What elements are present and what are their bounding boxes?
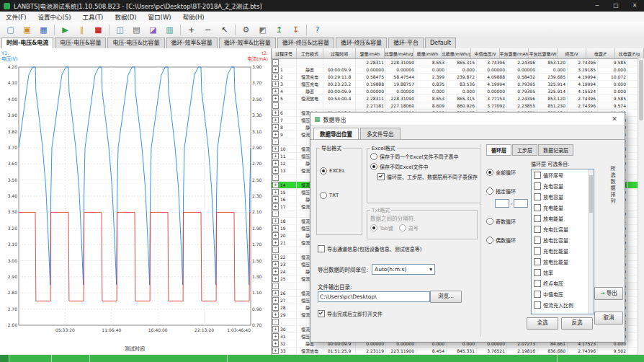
export-item-row[interactable]: 放电比容量 — [532, 234, 594, 245]
checkbox-icon[interactable] — [534, 226, 541, 233]
radio-icon[interactable] — [320, 192, 327, 199]
toolbar-button-database[interactable]: ◩ — [255, 22, 270, 37]
cancel-button[interactable]: 取消 — [594, 312, 623, 325]
view-tab-8[interactable]: Default — [425, 37, 456, 48]
toolbar-button-data-grid-view[interactable]: ▤ — [129, 22, 144, 37]
toolbar-button-new-file[interactable]: ▢ — [3, 22, 18, 37]
expander-icon[interactable]: + — [272, 131, 279, 138]
cycle-scope-radio-3[interactable]: 偶数循环 — [486, 237, 528, 244]
checkbox-icon[interactable] — [377, 173, 385, 180]
toolbar-button-start-test[interactable]: ▶ — [58, 22, 73, 37]
column-header-4[interactable]: 比容量/mAh/g — [385, 48, 413, 58]
expander-icon[interactable]: + — [272, 268, 279, 275]
expander-icon[interactable]: + — [272, 117, 279, 123]
cycle-scope-radio-1[interactable]: 指定循环 — [486, 187, 528, 195]
radio-icon[interactable] — [486, 169, 493, 176]
export-item-row[interactable]: 放电能量 — [532, 213, 594, 224]
export-item-row[interactable]: 充电容量 — [532, 180, 594, 191]
expander-icon[interactable]: - — [272, 319, 279, 325]
radio-icon[interactable] — [486, 237, 493, 244]
column-header-11[interactable]: 电容/F — [586, 48, 615, 58]
expander-icon[interactable]: + — [272, 146, 279, 152]
view-tab-0[interactable]: 时间-电压&电流 — [1, 37, 53, 48]
checkbox-icon[interactable] — [534, 172, 541, 179]
menu-item-4[interactable]: 窗口(W) — [143, 12, 177, 21]
column-header-6[interactable]: 比能量/mWh/g — [442, 48, 471, 58]
checkbox-icon[interactable] — [534, 237, 541, 244]
column-header-7[interactable]: 中值电压/V — [471, 48, 500, 58]
toolbar-button-import-data[interactable]: ↧ — [288, 22, 303, 37]
export-item-row[interactable]: 放电容量 — [532, 191, 594, 202]
excel-radio-0[interactable]: 保存于同一个Excel文件不同子表中 — [367, 151, 480, 162]
table-row[interactable]: +5恒流放电00:54:00.42.28311228.310908.653865… — [272, 95, 644, 102]
checkbox-icon[interactable] — [534, 269, 541, 276]
expander-icon[interactable]: - — [272, 247, 279, 253]
export-item-row[interactable]: 充电比能量 — [532, 245, 594, 256]
expander-icon[interactable]: - — [272, 138, 279, 145]
expander-icon[interactable]: + — [272, 110, 279, 116]
expander-icon[interactable]: - — [272, 175, 279, 181]
expander-icon[interactable]: + — [272, 218, 279, 224]
expander-icon[interactable]: + — [272, 95, 279, 102]
view-tab-3[interactable]: 循环-效率&容量 — [166, 37, 218, 48]
time-unit-select[interactable]: Auto(h:m:s) ▾ — [372, 264, 435, 275]
browse-button[interactable]: 浏览... — [430, 291, 462, 303]
column-header-0[interactable]: 过程序号 — [272, 48, 297, 58]
column-header-10[interactable]: 终压/V — [558, 48, 586, 58]
menu-item-3[interactable]: 数据(D) — [109, 12, 142, 21]
toolbar-button-zoom-out[interactable]: − — [200, 22, 215, 37]
layer-tab-2[interactable]: 数据记录层 — [538, 144, 573, 156]
expander-icon[interactable]: + — [272, 182, 279, 188]
radio-icon[interactable] — [399, 224, 406, 231]
export-item-row[interactable]: 循环序号 — [532, 169, 594, 180]
toolbar-button-pause-test[interactable]: ‖ — [74, 22, 89, 37]
expander-icon[interactable]: - — [272, 283, 279, 289]
view-tab-2[interactable]: 电压-电压&比容量 — [107, 37, 164, 48]
table-row[interactable]: +4静置00:00:09.90.000000.000000.0000.0000.… — [272, 88, 644, 95]
dialog-tab-0[interactable]: 数据导出位置 — [313, 128, 359, 139]
txt-radio-1[interactable]: 逗号 — [396, 223, 421, 233]
column-header-1[interactable]: 工作模式 — [297, 48, 323, 58]
excel-subsheet-checkbox[interactable]: 循环层、工步层、数据层用不同子表保存 — [377, 173, 478, 180]
checkbox-icon[interactable] — [534, 280, 541, 287]
cycle-to-input[interactable] — [514, 199, 528, 208]
column-header-8[interactable]: 平台容量/mAh — [500, 48, 529, 58]
close-button[interactable]: ✕ — [625, 0, 644, 12]
dialog-titlebar[interactable]: ▦ 数据导出 ✕ — [310, 112, 625, 126]
export-item-row[interactable]: 充电能量 — [532, 202, 594, 213]
dialog-tab-1[interactable]: 多文件导出 — [360, 128, 401, 139]
table-row[interactable]: +3恒压充电00:23:23.20.1988819.887570.83583.5… — [272, 81, 644, 88]
list-scrollbar[interactable] — [588, 169, 594, 314]
table-vertical-scrollbar[interactable] — [638, 58, 644, 355]
expander-icon[interactable]: + — [272, 232, 279, 239]
column-header-9[interactable]: 平台比容量/W — [529, 48, 558, 58]
toolbar-button-export-data[interactable]: ↥ — [272, 22, 287, 37]
export-item-row[interactable]: 中值电压 — [532, 288, 594, 299]
expander-icon[interactable]: + — [272, 189, 279, 195]
column-header-3[interactable]: 容量/mAh — [356, 48, 385, 58]
expander-icon[interactable]: + — [272, 326, 279, 332]
column-header-5[interactable]: 能量/mWh — [413, 48, 442, 58]
expander-icon[interactable]: + — [272, 297, 279, 304]
expander-icon[interactable]: + — [272, 225, 279, 231]
radio-icon[interactable] — [486, 187, 493, 195]
expander-icon[interactable]: + — [272, 160, 279, 167]
table-row[interactable]: -2.28311228.310908.653865.3153.743962.24… — [272, 59, 644, 66]
checkbox-icon[interactable] — [318, 245, 325, 252]
table-row[interactable]: -2.27181227.180608.609860.9263.770922.23… — [272, 102, 644, 110]
toolbar-button-zoom-in[interactable]: + — [184, 22, 199, 37]
expander-icon[interactable]: - — [272, 102, 279, 109]
dialog-close-icon[interactable]: ✕ — [608, 115, 621, 123]
cycle-from-input[interactable] — [495, 199, 509, 208]
expander-icon[interactable]: + — [272, 239, 279, 246]
expander-icon[interactable]: + — [272, 261, 279, 268]
radio-icon[interactable] — [486, 218, 493, 225]
expander-icon[interactable]: + — [272, 348, 279, 354]
toolbar-button-chart-view[interactable]: ◪ — [146, 22, 161, 37]
export-item-row[interactable]: 放电比能量 — [532, 256, 594, 267]
checkbox-icon[interactable] — [534, 291, 541, 298]
layer-tab-1[interactable]: 工步层 — [512, 144, 537, 156]
toolbar-button-channel-monitor[interactable]: ◫ — [112, 22, 128, 37]
scrollbar-thumb[interactable] — [589, 175, 593, 213]
radio-icon[interactable] — [370, 224, 377, 231]
